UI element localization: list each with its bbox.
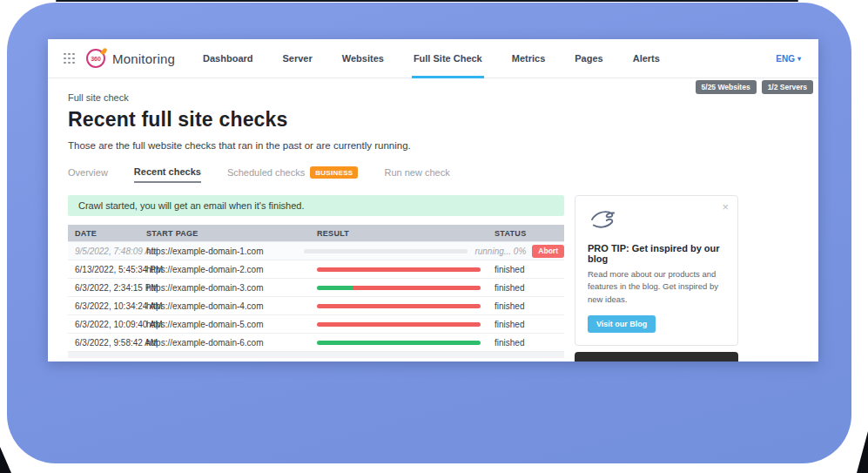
tab-recent-checks-label: Recent checks <box>134 166 201 177</box>
nav-item-metrics[interactable]: Metrics <box>510 39 548 78</box>
result-bar <box>317 341 481 345</box>
servers-usage-badge[interactable]: 1/2 Servers <box>762 80 813 94</box>
check-date: 6/3/2022, 9:58:42 AM <box>68 338 139 348</box>
col-header-start-page: START PAGE <box>139 229 310 238</box>
tab-run-new-check[interactable]: Run new check <box>384 167 449 182</box>
check-status: finished <box>488 320 524 329</box>
result-bar <box>317 304 481 308</box>
protip-body: Read more about our products and feature… <box>588 268 725 306</box>
flame-icon <box>100 47 108 55</box>
result-bar <box>317 267 481 272</box>
tab-run-new-check-label: Run new check <box>384 167 449 178</box>
check-url: https://example-domain-4.com <box>139 301 310 311</box>
table-row[interactable]: 6/3/2022, 9:58:42 AM https://example-dom… <box>68 333 564 351</box>
usage-badges: 5/25 Websites 1/2 Servers <box>696 80 813 94</box>
close-icon[interactable]: × <box>722 201 729 213</box>
nav-item-pages[interactable]: Pages <box>573 39 604 78</box>
table-row[interactable]: 9/5/2022, 7:48:09 AM https://example-dom… <box>68 241 564 260</box>
check-date: 6/3/2022, 2:34:15 PM <box>68 283 139 293</box>
check-status: finished <box>488 283 524 293</box>
table-row[interactable]: 6/3/2022, 2:34:15 PM https://example-dom… <box>68 278 564 296</box>
app-bar: 360 Monitoring Dashboard Server Websites… <box>48 39 818 78</box>
visit-blog-button[interactable]: Visit our Blog <box>588 315 656 333</box>
check-url: https://example-domain-1.com <box>139 247 297 256</box>
app-launcher-icon[interactable] <box>64 53 75 64</box>
table-row[interactable]: 6/13/2022, 5:45:34 PM https://example-do… <box>68 260 564 278</box>
check-url: https://example-domain-3.com <box>139 283 310 293</box>
tab-scheduled-checks[interactable]: Scheduled checks BUSINESS <box>227 166 359 183</box>
abort-button[interactable]: Abort <box>532 245 564 258</box>
language-label: ENG <box>776 54 795 64</box>
nav-item-full-site-check[interactable]: Full Site Check <box>412 39 484 78</box>
success-banner: Crawl started, you will get an email whe… <box>68 195 564 216</box>
check-url: https://example-domain-6.com <box>139 338 310 348</box>
status-card: Status SERVERS 0 open alert(s) 0 servers… <box>575 352 738 362</box>
check-status: finished <box>488 338 524 348</box>
check-date: 6/13/2022, 5:45:34 PM <box>68 265 139 274</box>
table-row-partial <box>68 351 564 358</box>
tab-overview[interactable]: Overview <box>68 167 108 182</box>
tab-recent-checks[interactable]: Recent checks <box>134 166 201 183</box>
table-row[interactable]: 6/3/2022, 10:09:40 AM https://example-do… <box>68 314 564 333</box>
check-date: 6/3/2022, 10:34:24 AM <box>68 301 139 311</box>
check-date: 9/5/2022, 7:48:09 AM <box>68 247 139 256</box>
page-title: Recent full site checks <box>68 108 798 132</box>
frame-accent-top <box>56 0 798 2</box>
check-status: running... 0% <box>468 247 526 256</box>
tab-overview-label: Overview <box>68 167 108 178</box>
page-subtitle: Those are the full website checks that r… <box>68 140 798 151</box>
nav-item-server[interactable]: Server <box>281 39 314 78</box>
app-window: 360 Monitoring Dashboard Server Websites… <box>48 39 818 362</box>
check-url: https://example-domain-5.com <box>139 320 310 329</box>
inspiration-doodle-icon <box>588 207 621 232</box>
frame-accent-bottom-right <box>857 431 868 473</box>
tab-bar: Overview Recent checks Scheduled checks … <box>68 166 798 183</box>
table-row[interactable]: 6/3/2022, 10:34:24 AM https://example-do… <box>68 296 564 314</box>
check-url: https://example-domain-2.com <box>139 265 310 274</box>
col-header-result: RESULT <box>310 229 488 238</box>
check-status: finished <box>488 265 524 274</box>
result-bar <box>317 322 481 327</box>
nav-item-dashboard[interactable]: Dashboard <box>201 39 254 78</box>
frame-accent-bottom-left <box>0 447 11 473</box>
page-content: 5/25 Websites 1/2 Servers Full site chec… <box>48 78 818 362</box>
protip-title: PRO TIP: Get inspired by our blog <box>588 243 725 264</box>
checks-table: DATE START PAGE RESULT STATUS 9/5/2022, … <box>68 225 564 358</box>
result-bar <box>317 286 481 290</box>
checks-column: Crawl started, you will get an email whe… <box>68 195 564 358</box>
protip-card: × PRO TIP: Get inspired by our blog Read… <box>575 195 738 346</box>
marketing-canvas: 360 Monitoring Dashboard Server Websites… <box>0 0 868 473</box>
brand-name: Monitoring <box>112 51 175 66</box>
brand-logo-text: 360 <box>91 56 101 62</box>
nav-item-alerts[interactable]: Alerts <box>631 39 662 78</box>
nav-item-websites[interactable]: Websites <box>340 39 386 78</box>
main-nav: Dashboard Server Websites Full Site Chec… <box>201 39 688 78</box>
check-date: 6/3/2022, 10:09:40 AM <box>68 320 139 329</box>
language-selector[interactable]: ENG ▾ <box>776 54 801 64</box>
chevron-down-icon: ▾ <box>797 55 801 63</box>
websites-usage-badge[interactable]: 5/25 Websites <box>696 80 757 94</box>
tab-scheduled-checks-label: Scheduled checks <box>227 167 305 178</box>
brand-logo[interactable]: 360 <box>86 49 105 68</box>
breadcrumb: Full site check <box>68 92 798 103</box>
col-header-date: DATE <box>68 229 139 238</box>
check-status: finished <box>488 301 524 311</box>
sidebar-column: × PRO TIP: Get inspired by our blog Read… <box>575 195 738 362</box>
progress-bar <box>304 249 468 253</box>
business-badge: BUSINESS <box>310 166 358 179</box>
table-header: DATE START PAGE RESULT STATUS <box>68 225 564 241</box>
col-header-status: STATUS <box>488 229 564 238</box>
